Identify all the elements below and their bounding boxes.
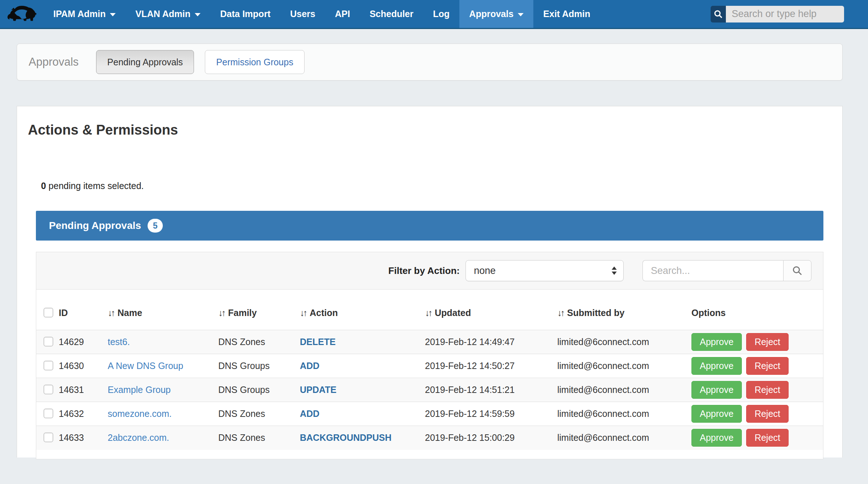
row-checkbox[interactable] (44, 409, 53, 418)
sort-icon: ↓↑ (218, 308, 224, 318)
reject-button[interactable]: Reject (746, 381, 789, 399)
row-name-link[interactable]: Example Group (108, 385, 171, 395)
row-id: 14630 (59, 354, 108, 378)
table-search-button[interactable] (783, 260, 811, 281)
row-updated: 2019-Feb-12 14:49:47 (425, 330, 557, 354)
nav-item-data-import[interactable]: Data Import (210, 0, 280, 28)
approve-button[interactable]: Approve (691, 333, 742, 351)
actions-permissions-card: Actions & Permissions 0 pending items se… (17, 106, 843, 458)
select-all-checkbox[interactable] (44, 308, 53, 317)
global-search-input[interactable] (726, 6, 844, 22)
row-name-link[interactable]: 2abczone.com. (108, 432, 169, 443)
filter-toolbar: Filter by Action: none (36, 252, 823, 290)
nav-item-api[interactable]: API (325, 0, 360, 28)
approve-button[interactable]: Approve (691, 357, 742, 375)
row-name-link[interactable]: A New DNS Group (108, 361, 183, 371)
sort-icon: ↓↑ (557, 308, 563, 318)
column-header-submitted-by[interactable]: ↓↑Submitted by (557, 290, 691, 330)
selected-count-line: 0 pending items selected. (41, 181, 842, 191)
row-action-link[interactable]: UPDATE (300, 385, 336, 395)
row-id: 14629 (59, 330, 108, 354)
column-header-label: Family (228, 308, 257, 318)
approve-button[interactable]: Approve (691, 381, 742, 399)
selected-text: pending items selected. (46, 181, 144, 191)
table-row: 14630A New DNS GroupDNS GroupsADD2019-Fe… (36, 354, 823, 378)
reject-button[interactable]: Reject (746, 333, 789, 351)
sort-icon: ↓↑ (108, 308, 114, 318)
approve-button[interactable]: Approve (691, 405, 742, 423)
chevron-down-icon (518, 13, 524, 16)
count-badge: 5 (148, 219, 163, 233)
nav-item-ipam-admin[interactable]: IPAM Admin (44, 0, 125, 28)
row-name-link[interactable]: somezone.com. (108, 409, 171, 419)
row-updated: 2019-Feb-12 14:59:59 (425, 402, 557, 426)
search-icon[interactable] (711, 6, 726, 22)
row-submitted-by: limited@6connect.com (557, 426, 691, 450)
row-submitted-by: limited@6connect.com (557, 330, 691, 354)
pending-approvals-table-container: Filter by Action: none I (36, 252, 823, 459)
row-checkbox[interactable] (44, 337, 53, 346)
nav-item-exit-admin[interactable]: Exit Admin (533, 0, 600, 28)
reject-button[interactable]: Reject (746, 405, 789, 423)
row-action-link[interactable]: ADD (300, 361, 319, 371)
selected-count: 0 (41, 181, 46, 191)
reject-button[interactable]: Reject (746, 429, 789, 447)
row-id: 14633 (59, 426, 108, 450)
row-action-link[interactable]: ADD (300, 409, 319, 419)
column-header-action[interactable]: ↓↑Action (300, 290, 425, 330)
row-family: DNS Zones (218, 402, 300, 426)
sort-icon: ↓↑ (425, 308, 431, 318)
row-checkbox[interactable] (44, 385, 53, 394)
table-search-input[interactable] (642, 260, 783, 281)
nav-item-log[interactable]: Log (423, 0, 459, 28)
approve-button[interactable]: Approve (691, 429, 742, 447)
column-header-label: Updated (435, 308, 471, 318)
tab-permission-groups[interactable]: Permission Groups (205, 50, 305, 74)
nav-item-scheduler[interactable]: Scheduler (360, 0, 423, 28)
row-updated: 2019-Feb-12 14:50:27 (425, 354, 557, 378)
row-action-link[interactable]: DELETE (300, 337, 336, 347)
row-checkbox[interactable] (44, 432, 53, 442)
top-navbar: IPAM AdminVLAN AdminData ImportUsersAPIS… (0, 0, 868, 29)
column-header-updated[interactable]: ↓↑Updated (425, 290, 557, 330)
row-updated: 2019-Feb-12 14:51:21 (425, 378, 557, 402)
chevron-down-icon (110, 13, 116, 16)
row-submitted-by: limited@6connect.com (557, 402, 691, 426)
row-submitted-by: limited@6connect.com (557, 378, 691, 402)
nav-item-label: Log (433, 9, 450, 19)
table-row: 14631Example GroupDNS GroupsUPDATE2019-F… (36, 378, 823, 402)
column-header-label: ID (59, 308, 68, 318)
table-row: 14629test6.DNS ZonesDELETE2019-Feb-12 14… (36, 330, 823, 354)
nav-item-label: Scheduler (369, 9, 413, 19)
nav-item-label: Data Import (220, 9, 270, 19)
nav-item-vlan-admin[interactable]: VLAN Admin (125, 0, 210, 28)
nav-item-label: VLAN Admin (135, 9, 190, 19)
rhino-logo[interactable] (0, 0, 44, 28)
table-row: 14632somezone.com.DNS ZonesADD2019-Feb-1… (36, 402, 823, 426)
row-family: DNS Zones (218, 426, 300, 450)
panel-title: Pending Approvals (49, 220, 141, 231)
row-updated: 2019-Feb-12 15:00:29 (425, 426, 557, 450)
row-name-link[interactable]: test6. (108, 337, 130, 347)
row-checkbox[interactable] (44, 361, 53, 370)
column-header-family[interactable]: ↓↑Family (218, 290, 300, 330)
nav-item-label: Exit Admin (543, 9, 590, 19)
nav-item-users[interactable]: Users (280, 0, 325, 28)
row-action-link[interactable]: BACKGROUNDPUSH (300, 432, 392, 443)
nav-menu: IPAM AdminVLAN AdminData ImportUsersAPIS… (44, 0, 600, 28)
page-title: Approvals (29, 56, 79, 69)
reject-button[interactable]: Reject (746, 357, 789, 375)
column-header-label: Options (691, 308, 726, 318)
tab-pending-approvals[interactable]: Pending Approvals (96, 50, 194, 74)
global-search (711, 6, 844, 22)
select-arrows-icon (612, 267, 617, 275)
pending-approvals-table: ID↓↑Name↓↑Family↓↑Action↓↑Updated↓↑Submi… (36, 290, 823, 450)
rhino-icon (5, 4, 38, 25)
filter-action-select[interactable]: none (466, 260, 624, 281)
row-family: DNS Groups (218, 378, 300, 402)
nav-item-label: Approvals (469, 9, 513, 19)
sort-icon: ↓↑ (300, 308, 306, 318)
nav-item-approvals[interactable]: Approvals (459, 0, 533, 28)
column-header-name[interactable]: ↓↑Name (108, 290, 218, 330)
nav-item-label: Users (290, 9, 315, 19)
